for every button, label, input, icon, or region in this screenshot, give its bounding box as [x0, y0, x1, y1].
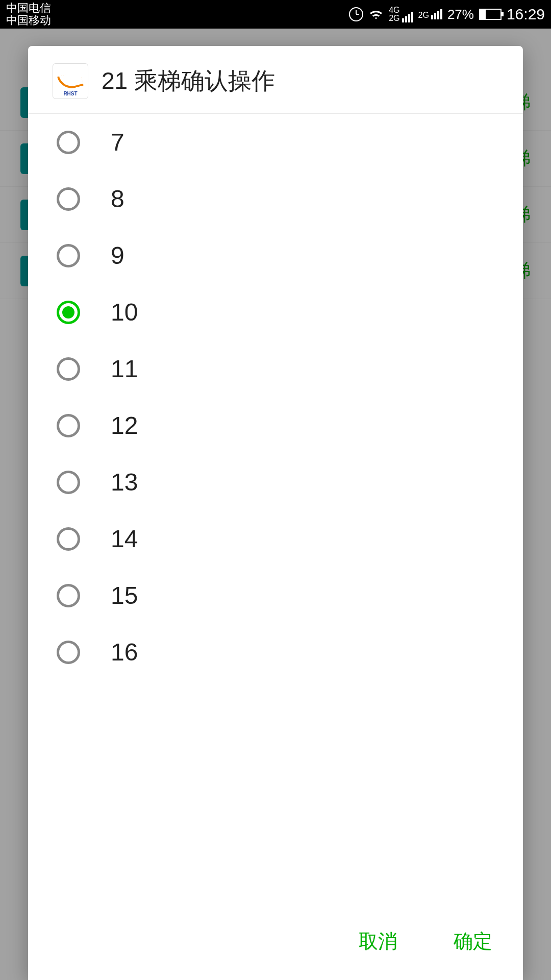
- wifi-icon: [368, 8, 384, 20]
- floor-option-label: 11: [111, 355, 138, 383]
- floor-option-label: 15: [111, 581, 138, 609]
- floor-option[interactable]: 7: [28, 114, 523, 170]
- floor-option[interactable]: 12: [28, 397, 523, 454]
- floor-option[interactable]: 13: [28, 454, 523, 510]
- radio-icon: [57, 414, 80, 437]
- floor-option[interactable]: 8: [28, 170, 523, 227]
- floor-option-label: 7: [111, 128, 124, 156]
- floor-option[interactable]: 10: [28, 284, 523, 340]
- floor-option-label: 8: [111, 185, 124, 213]
- floor-option[interactable]: 9: [28, 227, 523, 284]
- alarm-icon: [349, 7, 363, 21]
- battery-percent: 27%: [447, 7, 474, 22]
- floor-option-label: 9: [111, 241, 124, 270]
- dialog-footer: 取消 确定: [28, 908, 523, 980]
- app-icon-label: RHST: [63, 91, 77, 96]
- radio-icon: [57, 527, 80, 551]
- floor-option-label: 10: [111, 298, 138, 326]
- radio-icon: [57, 244, 80, 267]
- floor-option-label: 16: [111, 638, 138, 666]
- app-icon: RHST: [53, 63, 88, 99]
- floor-option-label: 12: [111, 411, 138, 439]
- radio-icon: [57, 584, 80, 607]
- battery-icon: [479, 9, 502, 20]
- carrier-2: 中国移动: [6, 14, 51, 27]
- status-carriers: 中国电信 中国移动: [6, 2, 51, 27]
- radio-icon: [57, 301, 80, 324]
- radio-icon: [57, 641, 80, 664]
- floor-option-label: 13: [111, 468, 138, 496]
- radio-icon: [57, 131, 80, 154]
- floor-option[interactable]: 15: [28, 567, 523, 624]
- signal-1: 4G2G: [389, 6, 413, 22]
- floor-option[interactable]: 14: [28, 510, 523, 567]
- radio-icon: [57, 471, 80, 494]
- signal-2: 2G: [418, 9, 442, 19]
- dialog-header: RHST 21 乘梯确认操作: [28, 46, 523, 114]
- carrier-1: 中国电信: [6, 2, 51, 14]
- confirm-button[interactable]: 确定: [443, 923, 503, 960]
- floor-select-dialog: RHST 21 乘梯确认操作 78910111213141516 取消 确定: [28, 46, 523, 980]
- status-right: 4G2G 2G 27% 16:29: [349, 6, 545, 23]
- status-time: 16:29: [507, 6, 545, 23]
- floor-option-list[interactable]: 78910111213141516: [28, 114, 523, 908]
- floor-option[interactable]: 11: [28, 340, 523, 397]
- radio-icon: [57, 187, 80, 211]
- cancel-button[interactable]: 取消: [348, 923, 408, 960]
- floor-option[interactable]: 16: [28, 624, 523, 680]
- radio-icon: [57, 357, 80, 381]
- floor-option-label: 14: [111, 525, 138, 553]
- status-bar: 中国电信 中国移动 4G2G 2G 27% 16:29: [0, 0, 551, 29]
- dialog-title: 21 乘梯确认操作: [102, 65, 275, 97]
